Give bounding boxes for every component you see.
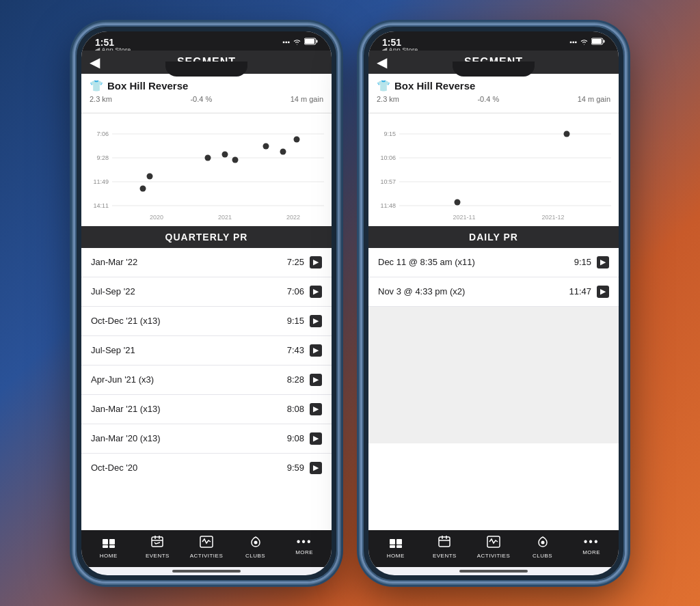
pr-list-1[interactable]: Jan-Mar '22 7:25 ▶ Jul-Sep '22 7:06 ▶ Oc… [81, 248, 332, 530]
pr-chevron-5[interactable]: ▶ [310, 403, 322, 415]
pr-label-5: Jan-Mar '21 (x13) [91, 404, 160, 414]
daily-pr-chevron-0[interactable]: ▶ [597, 256, 609, 268]
activities-icon-2 [487, 536, 500, 551]
svg-point-18 [232, 156, 239, 163]
section-header-1: QUARTERLY PR [81, 226, 332, 248]
svg-point-20 [280, 148, 286, 154]
tab-home-label-1: HOME [100, 553, 118, 559]
clubs-icon-1 [249, 536, 262, 551]
svg-rect-25 [109, 545, 115, 548]
svg-rect-49 [390, 545, 395, 548]
signal-icon-2: ▪▪▪ [569, 38, 577, 46]
segment-stats-1: 2.3 km -0.4 % 14 m gain [90, 95, 323, 103]
status-bar-1: 1:51 ◀ App Store ▪▪▪ [81, 31, 332, 51]
svg-rect-47 [390, 539, 395, 545]
home-icon-1 [102, 536, 116, 551]
pr-chevron-7[interactable]: ▶ [310, 462, 322, 474]
segment-distance-1: 2.3 km [90, 95, 112, 103]
jersey-icon-1: 👕 [90, 79, 103, 92]
tab-home-1[interactable]: HOME [92, 536, 126, 559]
daily-pr-label-1: Nov 3 @ 4:33 pm (x2) [378, 286, 465, 297]
svg-rect-50 [396, 545, 402, 548]
pr-item-2[interactable]: Oct-Dec '21 (x13) 9:15 ▶ [81, 307, 332, 336]
svg-text:2021-12: 2021-12 [541, 214, 564, 221]
tab-home-label-2: HOME [387, 553, 405, 559]
pr-chevron-3[interactable]: ▶ [310, 344, 322, 357]
pr-chevron-2[interactable]: ▶ [310, 315, 322, 327]
pr-time-7: 9:59 [287, 463, 304, 473]
tab-home-2[interactable]: HOME [379, 536, 413, 559]
pr-item-1[interactable]: Jul-Sep '22 7:06 ▶ [81, 277, 332, 307]
svg-text:10:06: 10:06 [380, 154, 396, 161]
wifi-icon-1 [293, 38, 301, 46]
svg-point-15 [147, 173, 153, 179]
pr-right-0: 7:25 ▶ [287, 256, 322, 268]
segment-name-2: Box Hill Reverse [394, 80, 475, 92]
more-icon-2: ••• [584, 536, 600, 548]
segment-card-2: 👕 Box Hill Reverse 2.3 km -0.4 % 14 m ga… [368, 74, 619, 113]
daily-pr-right-1: 11:47 ▶ [569, 286, 609, 298]
pr-right-5: 8:08 ▶ [287, 403, 322, 415]
daily-pr-item-0[interactable]: Dec 11 @ 8:35 am (x11) 9:15 ▶ [368, 248, 619, 277]
pr-item-7[interactable]: Oct-Dec '20 9:59 ▶ [81, 454, 332, 482]
pr-chevron-1[interactable]: ▶ [310, 286, 322, 298]
tab-activities-2[interactable]: ACTIVITIES [476, 536, 511, 559]
jersey-icon-2: 👕 [377, 79, 390, 92]
signal-icon-1: ▪▪▪ [282, 38, 290, 46]
segment-gradient-2: -0.4 % [477, 95, 499, 103]
pr-time-4: 8:28 [287, 374, 304, 385]
tab-clubs-1[interactable]: CLUBS [239, 536, 273, 559]
tab-events-1[interactable]: EVENTS [140, 536, 174, 559]
pr-label-3: Jul-Sep '21 [91, 345, 135, 355]
segment-card-1: 👕 Box Hill Reverse 2.3 km -0.4 % 14 m ga… [81, 74, 332, 113]
pr-chevron-6[interactable]: ▶ [310, 432, 322, 445]
back-button-2[interactable]: ◀ [377, 54, 387, 70]
pr-item-6[interactable]: Jan-Mar '20 (x13) 9:08 ▶ [81, 424, 332, 454]
tab-clubs-2[interactable]: CLUBS [526, 536, 560, 559]
tab-events-2[interactable]: EVENTS [427, 536, 461, 559]
pr-time-5: 8:08 [287, 404, 304, 414]
pr-chevron-4[interactable]: ▶ [310, 374, 322, 386]
segment-stats-2: 2.3 km -0.4 % 14 m gain [377, 95, 610, 103]
daily-pr-right-0: 9:15 ▶ [574, 256, 609, 268]
pr-item-4[interactable]: Apr-Jun '21 (x3) 8:28 ▶ [81, 366, 332, 395]
svg-text:2021-11: 2021-11 [453, 214, 475, 221]
back-button-1[interactable]: ◀ [90, 54, 100, 70]
tab-clubs-label-2: CLUBS [533, 553, 552, 559]
svg-text:14:11: 14:11 [93, 202, 109, 209]
pr-chevron-0[interactable]: ▶ [310, 256, 322, 268]
tab-clubs-label-1: CLUBS [245, 553, 265, 559]
phone-screen-2: 1:51 ◀ App Store ▪▪▪ ◀ SEGMENT 👕 Bo [368, 31, 619, 575]
svg-rect-2 [317, 40, 318, 43]
pr-label-7: Oct-Dec '20 [91, 463, 137, 473]
phone-daily: 1:51 ◀ App Store ▪▪▪ ◀ SEGMENT 👕 Bo [360, 23, 627, 583]
status-icons-1: ▪▪▪ [282, 38, 318, 46]
pr-label-4: Apr-Jun '21 (x3) [91, 374, 154, 385]
pr-right-4: 8:28 ▶ [287, 374, 322, 386]
tab-more-2[interactable]: ••• MORE [574, 536, 608, 559]
pr-item-5[interactable]: Jan-Mar '21 (x13) 8:08 ▶ [81, 395, 332, 424]
daily-pr-label-0: Dec 11 @ 8:35 am (x11) [378, 257, 475, 267]
tab-activities-label-1: ACTIVITIES [190, 553, 224, 559]
daily-pr-time-0: 9:15 [574, 257, 591, 267]
phone-quarterly: 1:51 ◀ App Store ▪▪▪ ◀ SEGMENT 👕 Bo [73, 23, 340, 583]
home-indicator-2 [459, 570, 528, 573]
pr-label-1: Jul-Sep '22 [91, 286, 135, 297]
daily-pr-chevron-1[interactable]: ▶ [597, 286, 609, 298]
pr-item-0[interactable]: Jan-Mar '22 7:25 ▶ [81, 248, 332, 277]
svg-rect-23 [109, 539, 115, 545]
tab-more-1[interactable]: ••• MORE [287, 536, 321, 559]
phone-screen-1: 1:51 ◀ App Store ▪▪▪ ◀ SEGMENT 👕 Bo [81, 31, 332, 575]
svg-rect-34 [604, 40, 605, 43]
svg-point-14 [140, 185, 146, 191]
home-indicator-1 [172, 570, 241, 573]
pr-time-6: 9:08 [287, 433, 304, 443]
segment-gradient-1: -0.4 % [190, 95, 212, 103]
activities-icon-1 [200, 536, 213, 551]
pr-right-3: 7:43 ▶ [287, 344, 322, 357]
pr-item-3[interactable]: Jul-Sep '21 7:43 ▶ [81, 336, 332, 366]
tab-activities-1[interactable]: ACTIVITIES [189, 536, 224, 559]
pr-list-2[interactable]: Dec 11 @ 8:35 am (x11) 9:15 ▶ Nov 3 @ 4:… [368, 248, 619, 530]
events-icon-2 [438, 536, 451, 551]
daily-pr-item-1[interactable]: Nov 3 @ 4:33 pm (x2) 11:47 ▶ [368, 277, 619, 307]
